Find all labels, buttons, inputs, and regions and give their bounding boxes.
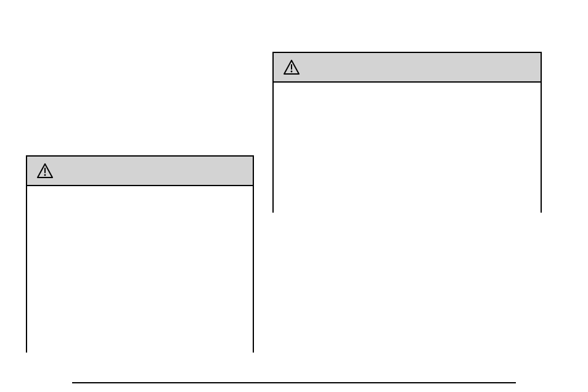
warning-triangle-icon bbox=[37, 163, 53, 178]
warning-box-right bbox=[272, 52, 542, 213]
warning-triangle-icon bbox=[284, 60, 300, 75]
horizontal-divider bbox=[72, 382, 516, 383]
warning-box-header bbox=[27, 157, 253, 186]
document-page bbox=[0, 0, 588, 392]
svg-point-5 bbox=[44, 174, 46, 176]
warning-box-left bbox=[26, 155, 254, 353]
warning-box-body bbox=[27, 186, 253, 353]
warning-box-header bbox=[274, 53, 541, 83]
warning-box-body bbox=[274, 83, 541, 213]
svg-point-2 bbox=[291, 71, 293, 73]
